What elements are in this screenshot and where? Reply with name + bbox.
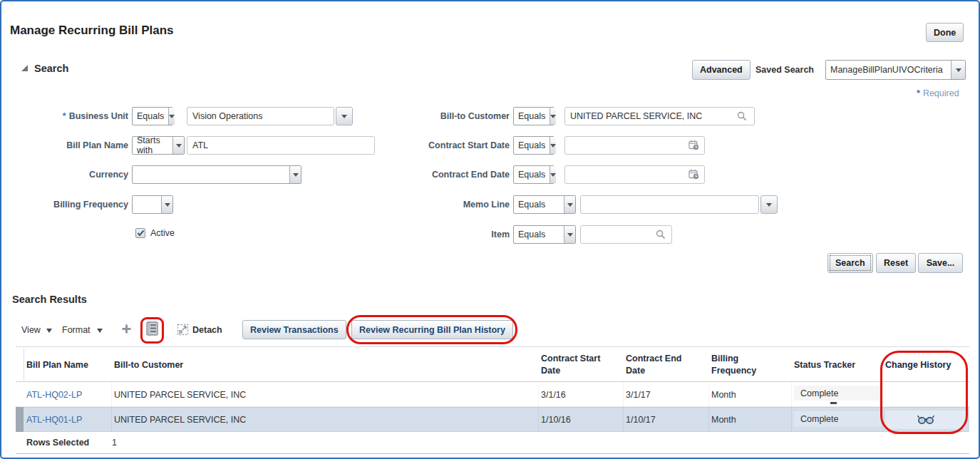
column-header-contract-end-date[interactable]: Contract End Date — [626, 349, 697, 381]
contract-end-date-label: Contract End Date — [371, 165, 510, 184]
search-icon[interactable] — [737, 111, 747, 121]
column-divider — [623, 382, 624, 432]
status-tracker-badge: Complete — [794, 386, 881, 401]
billing-frequency-select[interactable] — [132, 195, 173, 214]
bill-to-customer-cell: UNITED PARCEL SERVICE, INC — [114, 382, 246, 407]
bill-plan-name-input[interactable] — [187, 136, 375, 155]
status-tracker-tick — [830, 402, 837, 404]
dropdown-caret-icon[interactable] — [760, 195, 778, 214]
query-by-example-icon[interactable] — [146, 321, 158, 336]
column-header-bill-to-customer[interactable]: Bill-to Customer — [114, 349, 527, 381]
dropdown-caret-icon[interactable] — [951, 61, 965, 79]
business-unit-operator-select[interactable]: Equals — [132, 107, 173, 125]
column-divider — [708, 382, 709, 432]
glasses-icon[interactable] — [917, 415, 935, 425]
review-transactions-button[interactable]: Review Transactions — [242, 320, 346, 339]
done-button[interactable]: Done — [926, 23, 964, 42]
bill-to-customer-cell: UNITED PARCEL SERVICE, INC — [114, 407, 246, 432]
bill-plan-name-link[interactable]: ATL-HQ01-LP — [26, 407, 82, 432]
reset-button[interactable]: Reset — [876, 253, 916, 273]
column-divider — [538, 382, 539, 432]
bill-to-customer-label: Bill-to Customer — [371, 107, 510, 125]
saved-search-value: ManageBillPlanUIVOCriteria — [826, 61, 951, 79]
change-history-cell[interactable] — [885, 411, 966, 429]
date-picker-icon[interactable] — [688, 169, 699, 180]
business-unit-label: * Business Unit — [14, 107, 128, 125]
bill-plan-name-link[interactable]: ATL-HQ02-LP — [26, 382, 82, 407]
memo-line-operator-select[interactable]: Equals — [513, 195, 576, 214]
table-top-border — [16, 346, 969, 347]
rows-selected-value: 1 — [112, 433, 117, 453]
section-expanded-icon[interactable] — [21, 65, 28, 71]
memo-line-label: Memo Line — [371, 195, 510, 214]
saved-search-label: Saved Search — [755, 65, 814, 75]
search-results-heading: Search Results — [12, 294, 87, 305]
contract-start-date-operator-select[interactable]: Equals — [513, 136, 555, 155]
bill-to-customer-input[interactable] — [564, 107, 755, 125]
column-header-billing-frequency[interactable]: Billing Frequency — [711, 349, 768, 381]
dropdown-caret-icon[interactable] — [168, 108, 175, 125]
billing-frequency-cell: Month — [711, 382, 736, 407]
item-operator-select[interactable]: Equals — [513, 225, 576, 244]
saved-search-select[interactable]: ManageBillPlanUIVOCriteria — [825, 60, 966, 80]
dropdown-caret-icon[interactable] — [564, 226, 575, 243]
contract-end-date-operator-select[interactable]: Equals — [513, 165, 555, 184]
detach-icon[interactable] — [177, 324, 189, 336]
active-checkbox[interactable] — [135, 228, 145, 238]
bill-plan-name-operator-select[interactable]: Starts with — [132, 136, 185, 155]
view-menu[interactable]: View — [21, 325, 41, 335]
contract-end-cell: 1/10/17 — [626, 407, 656, 432]
search-icon[interactable] — [656, 230, 666, 239]
required-asterisk: * — [917, 88, 920, 98]
contract-start-date-input[interactable] — [564, 136, 705, 155]
dropdown-caret-icon[interactable] — [161, 196, 172, 213]
contract-start-date-label: Contract Start Date — [371, 136, 510, 155]
table-bottom-border — [16, 453, 969, 454]
search-button[interactable]: Search — [827, 253, 873, 273]
column-header-status-tracker[interactable]: Status Tracker — [794, 349, 876, 381]
contract-start-cell: 1/10/16 — [541, 407, 571, 432]
column-divider — [111, 382, 112, 432]
bill-plan-name-label: Bill Plan Name — [14, 136, 128, 155]
add-icon[interactable] — [121, 324, 132, 334]
dropdown-caret-icon[interactable] — [336, 107, 353, 125]
date-picker-icon[interactable] — [688, 140, 699, 150]
required-note: *Required — [917, 88, 959, 98]
contract-end-date-input[interactable] — [564, 165, 705, 184]
currency-label: Currency — [14, 165, 128, 184]
detach-button[interactable]: Detach — [192, 325, 222, 335]
column-header-bill-plan-name[interactable]: Bill Plan Name — [26, 349, 108, 381]
dropdown-caret-icon[interactable] — [550, 137, 556, 154]
column-header-contract-start-date[interactable]: Contract Start Date — [541, 349, 612, 381]
dropdown-caret-icon[interactable] — [550, 108, 556, 125]
bill-to-customer-operator-select[interactable]: Equals — [513, 107, 555, 125]
dropdown-caret-icon[interactable] — [289, 166, 301, 183]
column-divider — [882, 382, 883, 432]
required-asterisk: * — [63, 111, 66, 121]
page-title: Manage Recurring Bill Plans — [10, 24, 174, 38]
review-recurring-bill-plan-history-button[interactable]: Review Recurring Bill Plan History — [351, 320, 513, 339]
memo-line-combobox[interactable] — [580, 195, 778, 214]
row-selection-strip[interactable] — [16, 407, 24, 432]
item-label: Item — [371, 225, 510, 244]
chevron-down-icon[interactable] — [46, 329, 52, 333]
contract-start-cell: 3/1/16 — [541, 382, 566, 407]
dropdown-caret-icon[interactable] — [172, 137, 184, 154]
dropdown-caret-icon[interactable] — [564, 196, 575, 213]
search-section-heading: Search — [34, 63, 68, 74]
active-checkbox-label: Active — [150, 228, 175, 238]
column-header-change-history[interactable]: Change History — [885, 349, 967, 381]
chevron-down-icon[interactable] — [97, 329, 103, 333]
billing-frequency-label: Billing Frequency — [14, 195, 128, 214]
billing-frequency-cell: Month — [711, 407, 736, 432]
business-unit-combobox[interactable]: Vision Operations — [187, 107, 353, 125]
save-button[interactable]: Save... — [918, 253, 963, 273]
rows-selected-label: Rows Selected — [26, 433, 89, 453]
dropdown-caret-icon[interactable] — [550, 166, 556, 183]
advanced-button[interactable]: Advanced — [692, 60, 751, 80]
column-divider — [791, 382, 792, 432]
contract-end-cell: 3/1/17 — [626, 382, 651, 407]
format-menu[interactable]: Format — [62, 325, 91, 335]
currency-select[interactable] — [132, 165, 301, 184]
manage-recurring-bill-plans-window: Manage Recurring Bill Plans Done Search … — [0, 0, 980, 459]
